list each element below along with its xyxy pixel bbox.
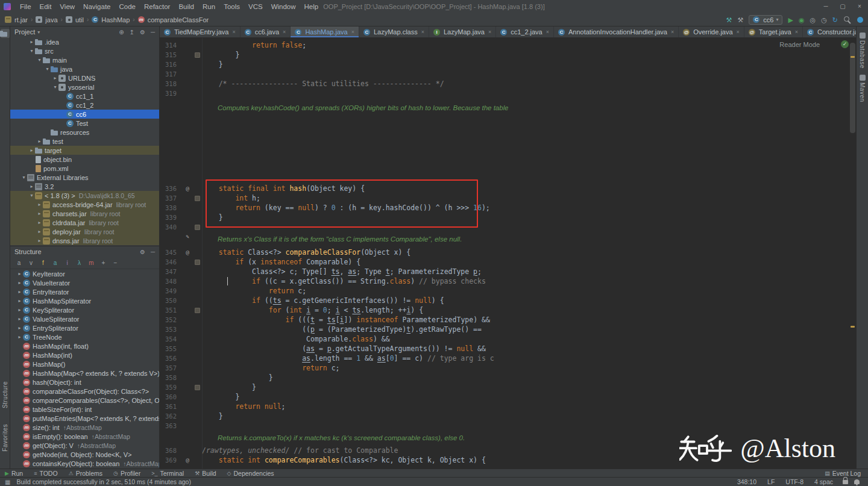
line-number[interactable]: 348 — [160, 276, 183, 286]
inspections-status-icon[interactable]: ✓ — [841, 40, 849, 48]
project-item-resources[interactable]: resources — [10, 128, 159, 137]
code-row[interactable]: 357 return c; — [160, 363, 856, 373]
line-number[interactable]: 349 — [160, 286, 183, 296]
close-icon[interactable]: × — [546, 29, 549, 35]
code-row[interactable]: 353 ((p = (ParameterizedType)t).getRawTy… — [160, 325, 856, 334]
project-item-urldns[interactable]: ▸URLDNS — [10, 73, 159, 83]
menu-help[interactable]: Help — [300, 0, 323, 13]
project-item-ysoserial[interactable]: ▾ysoserial — [10, 83, 159, 92]
menu-tools[interactable]: Tools — [219, 0, 244, 13]
project-item-cc6[interactable]: cc6 — [10, 110, 159, 119]
tab-constructor-java[interactable]: Constructor.java× — [803, 26, 856, 37]
code-row[interactable]: 358 } — [160, 373, 856, 382]
tab-override-java[interactable]: Override.java× — [679, 26, 744, 37]
structure-item-size-int[interactable]: size(): int↑AbstractMap — [10, 423, 159, 432]
settings-icon[interactable]: ⚙ — [140, 249, 145, 255]
breadcrumb-item-rt-jar[interactable]: rt.jar — [5, 16, 28, 23]
line-number[interactable]: 345 — [160, 248, 183, 257]
show-fields-icon[interactable]: f — [39, 260, 47, 266]
structure-item-putmapentries-map-extends-k-extends[interactable]: putMapEntries(Map<? extends K, ? extends — [10, 414, 159, 423]
close-icon[interactable]: × — [795, 29, 798, 35]
code-row[interactable]: 351 for (int i = 0; i < ts.length; ++i) … — [160, 305, 856, 315]
bell-icon[interactable] — [854, 479, 860, 484]
run-config-select[interactable]: cc6 ▾ — [749, 15, 782, 25]
code-row[interactable]: 339 } — [160, 213, 856, 222]
code-row[interactable]: 349 return c; — [160, 286, 856, 296]
code-row[interactable]: 361 return null; — [160, 402, 856, 411]
line-number[interactable] — [160, 98, 183, 184]
close-icon[interactable]: × — [232, 29, 235, 35]
close-icon[interactable]: × — [737, 29, 740, 35]
project-item-3-2[interactable]: ▸3.2 — [10, 182, 159, 191]
settings-icon[interactable]: ⚙ — [140, 29, 145, 36]
line-number[interactable]: 360 — [160, 392, 183, 402]
project-view-select[interactable]: Project ▾ — [14, 28, 40, 36]
tab-target-java[interactable]: Target.java× — [744, 26, 803, 37]
code-row[interactable]: 359 } — [160, 382, 856, 392]
close-icon[interactable]: × — [421, 29, 424, 35]
debug-button[interactable]: ◉ — [799, 16, 805, 24]
menu-edit[interactable]: Edit — [36, 0, 56, 13]
line-number[interactable]: 369 — [160, 455, 183, 465]
hide-icon[interactable]: ─ — [151, 249, 155, 255]
line-number[interactable]: 347 — [160, 267, 183, 276]
line-number[interactable] — [160, 431, 183, 446]
tab-annotationinvocationhandler-java[interactable]: AnnotationInvocationHandler.java× — [554, 26, 679, 37]
project-item-dnsns-jar[interactable]: ▸dnsns.jarlibrary root — [10, 236, 159, 245]
hide-icon[interactable]: ─ — [151, 29, 155, 36]
event-log-button[interactable]: ▤ Event Log — [825, 470, 861, 477]
code-row[interactable]: 318 /* ---------------- Static utilities… — [160, 79, 856, 89]
menu-code[interactable]: Code — [115, 0, 140, 13]
project-item-src[interactable]: ▾src — [10, 46, 159, 55]
collapse-all-icon[interactable]: ↥ — [130, 29, 134, 36]
project-item-cc1-1[interactable]: cc1_1 — [10, 92, 159, 101]
project-item-pom-xml[interactable]: pom.xml — [10, 164, 159, 173]
tool-button-profiler[interactable]: ◷Profiler — [113, 470, 140, 477]
line-number[interactable]: 357 — [160, 363, 183, 373]
project-item-main[interactable]: ▾main — [10, 55, 159, 64]
line-number[interactable]: 337 — [160, 193, 183, 203]
project-item-cc1-2[interactable]: cc1_2 — [10, 101, 159, 110]
project-item-target[interactable]: ▸target — [10, 146, 159, 155]
status-position[interactable]: 348:10 — [737, 478, 756, 485]
project-item-deploy-jar[interactable]: ▸deploy.jarlibrary root — [10, 227, 159, 236]
code-row[interactable]: 354 Comparable.class) && — [160, 334, 856, 344]
breadcrumb-item-java[interactable]: java — [36, 16, 57, 23]
sort-alpha-icon[interactable]: a — [15, 260, 23, 266]
structure-item-treenode[interactable]: ▸TreeNode — [10, 332, 159, 341]
code-row[interactable]: 350 if ((ts = c.getGenericInterfaces()) … — [160, 296, 856, 305]
structure-item-containskey-object-boolean[interactable]: containsKey(Object): boolean↑AbstractMap — [10, 459, 159, 468]
tool-button-problems[interactable]: ⚠Problems — [69, 470, 102, 477]
code-row[interactable]: 369@ static int compareComparables(Class… — [160, 455, 856, 465]
close-icon[interactable]: × — [283, 29, 286, 35]
tool-windows-icon[interactable]: ▦ — [5, 479, 10, 485]
code-row[interactable]: 319 — [160, 89, 856, 98]
code-row[interactable]: 337 int h; — [160, 193, 856, 203]
menu-build[interactable]: Build — [174, 0, 198, 13]
line-number[interactable]: 319 — [160, 89, 183, 98]
line-number[interactable]: 317 — [160, 69, 183, 79]
search-icon[interactable] — [843, 16, 852, 24]
maximize-button[interactable]: ▢ — [834, 0, 851, 13]
structure-item-valuespliterator[interactable]: ▸ValueSpliterator — [10, 314, 159, 323]
line-number[interactable]: 362 — [160, 411, 183, 421]
line-number[interactable]: 350 — [160, 296, 183, 305]
show-inherited-icon[interactable]: i — [63, 260, 71, 266]
tool-button-todo[interactable]: ≡TODO — [34, 470, 57, 477]
minimize-button[interactable]: ─ — [817, 0, 834, 13]
code-row[interactable]: 336@ static final int hash(Object key) { — [160, 184, 856, 193]
tool-button-run[interactable]: ▶Run — [5, 470, 23, 477]
project-item-test[interactable]: Test — [10, 119, 159, 128]
lock-icon[interactable] — [843, 480, 848, 484]
line-number[interactable]: 359 — [160, 382, 183, 392]
structure-item-entryiterator[interactable]: ▸EntryIterator — [10, 287, 159, 296]
close-icon[interactable]: × — [351, 29, 354, 35]
code-row[interactable]: 315 } — [160, 50, 856, 60]
line-number[interactable]: 339 — [160, 213, 183, 222]
line-number[interactable]: 346 — [160, 257, 183, 267]
line-number[interactable]: 352 — [160, 315, 183, 325]
structure-item-hashmap-int-float[interactable]: HashMap(int, float) — [10, 341, 159, 350]
structure-item-entryspliterator[interactable]: ▸EntrySpliterator — [10, 323, 159, 332]
structure-item-hashmapspliterator[interactable]: ▸HashMapSpliterator — [10, 296, 159, 305]
line-number[interactable]: 353 — [160, 325, 183, 334]
